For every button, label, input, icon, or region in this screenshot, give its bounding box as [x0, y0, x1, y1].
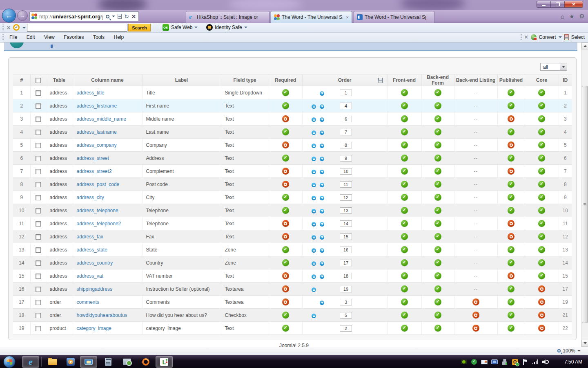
- column-name-link[interactable]: address_city: [77, 195, 104, 200]
- move-up-icon[interactable]: [312, 170, 316, 174]
- norton-search-input[interactable]: [27, 24, 127, 31]
- column-name-link[interactable]: address_lastname: [77, 129, 117, 135]
- column-name-link[interactable]: address_fax: [77, 234, 103, 240]
- required-disabled-icon[interactable]: [282, 298, 289, 305]
- row-checkbox[interactable]: [36, 103, 41, 109]
- taskbar-ie-button[interactable]: e: [22, 356, 39, 368]
- row-checkbox[interactable]: [36, 234, 41, 240]
- save-order-icon[interactable]: [378, 78, 383, 83]
- row-checkbox[interactable]: [36, 247, 41, 253]
- safe-web-button[interactable]: OK Safe Web: [163, 24, 198, 31]
- move-down-icon[interactable]: [320, 301, 324, 305]
- required-disabled-icon[interactable]: [282, 233, 289, 240]
- pdf-select-button[interactable]: Select: [571, 34, 585, 40]
- required-disabled-icon[interactable]: [282, 168, 289, 175]
- required-disabled-icon[interactable]: [282, 272, 289, 279]
- menu-favorites[interactable]: Favorites: [60, 33, 87, 42]
- published-enabled-icon[interactable]: [508, 325, 514, 332]
- required-enabled-icon[interactable]: [282, 89, 289, 96]
- move-up-icon[interactable]: [312, 117, 316, 122]
- move-down-icon[interactable]: [320, 144, 324, 148]
- zoom-control[interactable]: 100%: [557, 348, 581, 354]
- move-up-icon[interactable]: [312, 287, 316, 292]
- settings-gear-icon[interactable]: ⚙: [579, 13, 585, 20]
- order-input[interactable]: [340, 142, 352, 148]
- required-enabled-icon[interactable]: [282, 102, 289, 109]
- menu-edit[interactable]: Edit: [23, 33, 39, 42]
- row-checkbox[interactable]: [36, 156, 41, 161]
- column-name-link[interactable]: howdidyouhearaboutus: [77, 312, 127, 318]
- page-scrollbar[interactable]: [581, 43, 588, 347]
- search-icon[interactable]: [106, 15, 109, 18]
- taskbar-calculator-button[interactable]: [100, 356, 117, 368]
- move-down-icon[interactable]: [320, 104, 324, 109]
- published-enabled-icon[interactable]: [508, 155, 514, 162]
- column-name-link[interactable]: address_street2: [77, 168, 112, 174]
- move-up-icon[interactable]: [312, 209, 316, 213]
- required-disabled-icon[interactable]: [282, 220, 289, 227]
- volume-icon[interactable]: [542, 359, 549, 365]
- order-input[interactable]: [340, 325, 352, 332]
- published-disabled-icon[interactable]: [508, 220, 514, 227]
- order-input[interactable]: [340, 233, 352, 240]
- column-name-link[interactable]: comments: [77, 299, 99, 305]
- order-input[interactable]: [340, 90, 352, 96]
- row-checkbox[interactable]: [36, 274, 41, 279]
- column-name-link[interactable]: address_telephone2: [77, 221, 121, 227]
- compatibility-view-icon[interactable]: [118, 14, 122, 19]
- move-down-icon[interactable]: [320, 183, 324, 187]
- order-input[interactable]: [340, 207, 352, 214]
- display-tray-icon[interactable]: [491, 359, 498, 365]
- move-up-icon[interactable]: [312, 248, 316, 253]
- column-name-link[interactable]: category_image: [77, 325, 111, 331]
- home-icon[interactable]: ⌂: [561, 13, 564, 20]
- required-enabled-icon[interactable]: [282, 259, 289, 266]
- required-enabled-icon[interactable]: [282, 246, 289, 253]
- published-disabled-icon[interactable]: [508, 168, 514, 175]
- start-button[interactable]: [3, 356, 16, 368]
- scroll-up-button[interactable]: [581, 43, 588, 49]
- published-enabled-icon[interactable]: [508, 89, 514, 96]
- row-checkbox[interactable]: [36, 313, 41, 318]
- pdf-toolbar-close-icon[interactable]: ✕: [524, 34, 528, 40]
- row-checkbox[interactable]: [36, 208, 41, 213]
- published-disabled-icon[interactable]: [508, 141, 514, 148]
- published-enabled-icon[interactable]: [508, 181, 514, 188]
- column-name-link[interactable]: address_state: [77, 247, 107, 253]
- required-enabled-icon[interactable]: [282, 194, 289, 201]
- close-button[interactable]: ✕: [564, 1, 583, 8]
- order-input[interactable]: [340, 260, 352, 266]
- move-up-icon[interactable]: [312, 157, 316, 161]
- row-checkbox[interactable]: [36, 221, 41, 227]
- move-down-icon[interactable]: [320, 235, 324, 240]
- pdf-convert-button[interactable]: Convert: [539, 34, 556, 40]
- column-name-link[interactable]: address_vat: [77, 273, 103, 279]
- refresh-icon[interactable]: ↻: [124, 14, 129, 19]
- column-name-link[interactable]: address_street: [77, 155, 109, 161]
- required-enabled-icon[interactable]: [282, 325, 289, 332]
- published-disabled-icon[interactable]: [508, 272, 514, 279]
- required-disabled-icon[interactable]: [282, 181, 289, 188]
- row-checkbox[interactable]: [36, 143, 41, 148]
- action-center-flag-icon[interactable]: [522, 359, 528, 365]
- forward-button[interactable]: →: [17, 10, 28, 21]
- browser-tab-hikashop[interactable]: e HikaShop :: Sujet : Image on pr...: [186, 11, 270, 23]
- backup-tray-icon[interactable]: [471, 359, 477, 365]
- published-enabled-icon[interactable]: [508, 246, 514, 253]
- order-input[interactable]: [340, 103, 352, 109]
- column-name-link[interactable]: address_telephone: [77, 208, 118, 213]
- column-name-link[interactable]: address_title: [77, 90, 105, 96]
- column-name-link[interactable]: address_country: [77, 260, 113, 266]
- toolbar-close-icon[interactable]: ✕: [7, 25, 11, 31]
- published-enabled-icon[interactable]: [508, 128, 514, 135]
- move-up-icon[interactable]: [312, 183, 316, 187]
- taskbar-system-app-button[interactable]: [118, 356, 136, 368]
- published-disabled-icon[interactable]: [508, 115, 514, 122]
- row-checkbox[interactable]: [36, 260, 41, 266]
- published-enabled-icon[interactable]: [508, 102, 514, 109]
- order-input[interactable]: [340, 116, 352, 122]
- published-enabled-icon[interactable]: [508, 259, 514, 266]
- row-checkbox[interactable]: [36, 169, 41, 174]
- favorites-star-icon[interactable]: ★: [569, 13, 575, 20]
- restore-button[interactable]: [550, 1, 564, 8]
